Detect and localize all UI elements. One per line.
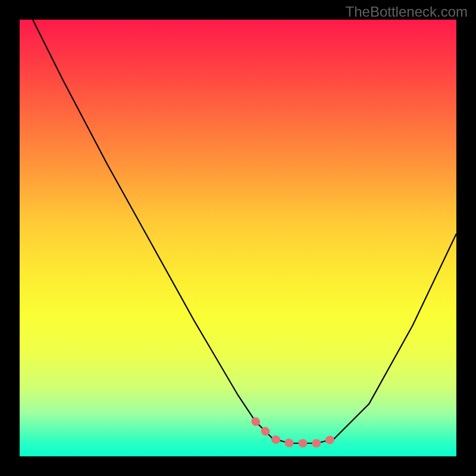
bottleneck-curve <box>33 20 456 443</box>
watermark-text: TheBottleneck.com <box>346 4 468 20</box>
bottom-highlight <box>255 421 334 443</box>
curve-layer <box>20 20 456 456</box>
